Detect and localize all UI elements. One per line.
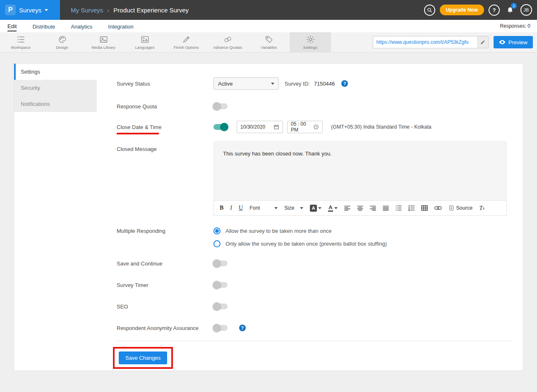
background-color-icon: A [328,205,333,212]
insert-table-button[interactable] [421,205,428,211]
closed-message-textarea[interactable]: This survey has been closed now. Thank y… [213,141,507,200]
radio-option-once[interactable]: Only allow the survey to be taken once (… [213,240,387,247]
richtext-toolbar: B I U Font Size A [213,200,507,216]
app-switcher[interactable]: P Surveys [0,0,60,20]
align-justify-button[interactable] [383,206,389,211]
notifications-button[interactable]: 1 [504,4,516,16]
search-button[interactable] [424,5,435,16]
source-icon [448,205,454,211]
align-right-button[interactable] [370,206,376,211]
seo-toggle[interactable] [213,304,228,309]
anonymity-row: Respondent Anonymity Assurance ? [117,324,513,332]
closed-message-row: Closed Message This survey has been clos… [117,141,513,216]
toolbar-label: Variables [261,45,277,50]
sidebar-item-notifications[interactable]: Notifications [14,96,97,112]
sidebar-item-settings[interactable]: Settings [14,64,97,80]
survey-url: https://www.questionpro.com/t/AP53kZgfo [373,36,477,48]
survey-timer-toggle[interactable] [213,282,228,288]
avatar[interactable]: JB [520,4,532,16]
chevron-down-icon [318,207,321,209]
radio-label: Allow the survey to be taken more than o… [225,228,332,234]
align-center-button[interactable] [357,206,363,211]
close-date-label: Close Date & Time [117,124,213,130]
toolbar-label: Workspace [11,45,30,50]
font-dropdown-label: Font [249,205,260,211]
toolbar-languages[interactable]: Languages [124,32,165,52]
survey-id-value: 7150446 [314,81,335,87]
anonymity-label: Respondent Anonymity Assurance [117,325,213,331]
close-date-input[interactable]: 10/30/2020 [237,121,283,133]
toolbar-finish-options[interactable]: Finish Options [165,32,207,52]
bullet-list-button[interactable] [396,205,402,211]
pencil-icon [480,40,485,45]
align-left-button[interactable] [344,206,350,211]
toolbar-label: Design [56,45,68,50]
remove-format-sub: x [482,206,484,210]
tab-integration[interactable]: Integration [108,22,133,31]
toolbar-label: Settings [303,45,317,50]
survey-status-value: Active [218,81,233,87]
main-nav-tabs: Edit Distribute Analytics Integration Re… [0,20,537,32]
breadcrumb-my-surveys[interactable]: My Surveys [71,7,103,14]
survey-status-select[interactable]: Active [213,77,279,90]
responses-count: Responses: 0 [500,23,537,29]
closed-message-editor: This survey has been closed now. Thank y… [213,141,507,216]
edit-toolbar: Workspace Design Media Library Languages… [0,32,537,53]
tab-distribute[interactable]: Distribute [32,22,55,31]
response-quota-toggle[interactable] [213,103,228,109]
toggle-knob [213,302,221,311]
upgrade-button[interactable]: Upgrade Now [440,5,484,15]
toolbar-workspace[interactable]: Workspace [0,32,41,52]
toggle-knob [220,123,228,131]
tab-edit[interactable]: Edit [7,21,17,31]
size-dropdown[interactable]: Size [284,205,303,211]
close-time-input[interactable]: 05 : 00 PM [287,121,323,133]
toolbar-settings[interactable]: Settings [290,32,331,52]
workspace-icon [16,35,26,44]
anonymity-toggle[interactable] [213,325,228,331]
save-and-continue-toggle[interactable] [213,261,228,266]
tab-analytics[interactable]: Analytics [71,22,92,31]
text-color-button[interactable]: A [310,205,321,212]
toolbar-variables[interactable]: Variables [248,32,290,52]
source-button[interactable]: Source [448,205,473,211]
pencil-brush-icon [182,35,191,44]
toggle-knob [213,102,221,110]
sidebar-item-security[interactable]: Security [14,80,97,96]
bold-button[interactable]: B [220,205,223,211]
survey-status-label: Survey Status [117,81,213,87]
survey-id-help-icon[interactable]: ? [341,80,348,87]
edit-url-button[interactable] [477,36,488,48]
insert-link-button[interactable] [434,206,442,210]
remove-format-button[interactable]: Tx [479,205,484,212]
underline-button[interactable]: U [239,205,243,211]
close-date-toggle[interactable] [213,124,228,130]
close-date-label-text: Close Date & Time [117,124,161,130]
radio-button-checked[interactable] [213,227,221,234]
settings-sidebar: Settings Security Notifications [14,64,97,370]
radio-option-multiple[interactable]: Allow the survey to be taken more than o… [213,227,387,234]
align-justify-icon [383,206,389,211]
calendar-icon [273,124,279,130]
numbered-list-button[interactable] [408,205,415,211]
background-color-button[interactable]: A [328,205,337,212]
toolbar-advance-quotas[interactable]: Advance Quotas [207,32,248,52]
response-quota-label: Response Quota [117,103,213,110]
italic-button[interactable]: I [230,205,232,211]
chevron-down-icon [274,207,278,209]
image-icon [99,35,108,44]
toolbar-label: Advance Quotas [213,45,242,50]
anonymity-help-icon[interactable]: ? [239,325,246,331]
gear-icon [306,35,315,44]
toolbar-media-library[interactable]: Media Library [83,32,124,52]
toolbar-design[interactable]: Design [41,32,83,52]
save-changes-button[interactable]: Save Changes [119,351,167,364]
font-dropdown[interactable]: Font [249,205,278,211]
radio-button-unchecked[interactable] [213,240,221,247]
chevron-down-icon [45,9,48,11]
survey-url-field[interactable]: https://www.questionpro.com/t/AP53kZgfo [373,36,489,48]
preview-button[interactable]: Preview [494,36,533,48]
toggle-knob [213,281,221,289]
notification-badge: 1 [511,3,517,9]
help-button[interactable]: ? [489,5,500,16]
